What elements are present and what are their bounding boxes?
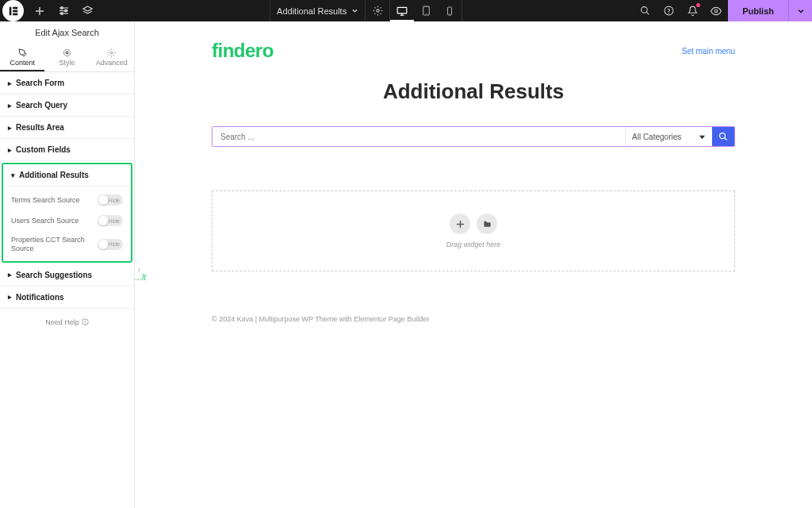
doc-title-text: Additional Results bbox=[277, 6, 347, 16]
svg-rect-0 bbox=[9, 6, 11, 15]
preview-icon[interactable] bbox=[704, 0, 728, 21]
dropzone-text: Drag widget here bbox=[235, 241, 712, 248]
search-input[interactable] bbox=[213, 127, 625, 146]
help-link[interactable]: Need Help bbox=[0, 309, 134, 336]
help-icon[interactable] bbox=[657, 0, 680, 21]
svg-point-10 bbox=[64, 10, 67, 12]
svg-rect-2 bbox=[13, 10, 17, 12]
section-notifications[interactable]: Notifications bbox=[0, 287, 134, 309]
publish-button[interactable]: Publish bbox=[728, 0, 788, 21]
set-main-menu-link[interactable]: Set main menu bbox=[682, 47, 735, 56]
structure-icon[interactable] bbox=[52, 0, 75, 21]
document-title[interactable]: Additional Results bbox=[270, 0, 366, 21]
svg-line-22 bbox=[646, 12, 649, 14]
tab-advanced-label: Advanced bbox=[96, 59, 128, 67]
svg-point-25 bbox=[715, 10, 718, 13]
tab-advanced[interactable]: Advanced bbox=[90, 44, 134, 71]
tab-content-label: Content bbox=[10, 59, 35, 67]
section-additional-results[interactable]: Additional Results bbox=[3, 164, 131, 187]
mobile-view-icon[interactable] bbox=[438, 0, 462, 21]
section-search-form[interactable]: Search Form bbox=[0, 72, 134, 94]
panel-title: Edit Ajax Search bbox=[0, 21, 134, 44]
svg-point-27 bbox=[66, 52, 69, 55]
help-label: Need Help bbox=[45, 318, 79, 326]
svg-point-9 bbox=[60, 7, 63, 10]
tab-style[interactable]: Style bbox=[44, 44, 89, 71]
svg-rect-14 bbox=[397, 7, 407, 13]
notification-icon[interactable] bbox=[680, 0, 704, 21]
canvas[interactable]: findero Set main menu Additional Results… bbox=[135, 21, 812, 508]
svg-point-32 bbox=[720, 133, 726, 139]
tab-content[interactable]: Content bbox=[0, 44, 44, 71]
search-icon[interactable] bbox=[633, 0, 657, 21]
widget-dropzone[interactable]: Drag widget here bbox=[212, 190, 735, 271]
section-results-area[interactable]: Results Area bbox=[0, 117, 134, 139]
props-cct-search-toggle[interactable]: Hide bbox=[98, 239, 123, 250]
section-search-suggestions[interactable]: Search Suggestions bbox=[0, 264, 134, 287]
users-search-toggle[interactable]: Hide bbox=[98, 215, 123, 226]
settings-icon[interactable] bbox=[366, 0, 389, 21]
tablet-view-icon[interactable] bbox=[414, 0, 438, 21]
notification-dot bbox=[696, 3, 700, 7]
elementor-logo[interactable] bbox=[2, 0, 24, 21]
section-custom-fields[interactable]: Custom Fields bbox=[0, 139, 134, 161]
svg-point-24 bbox=[668, 13, 669, 13]
svg-point-28 bbox=[110, 52, 113, 54]
publish-dropdown[interactable] bbox=[788, 0, 812, 21]
svg-rect-1 bbox=[13, 6, 17, 9]
add-icon[interactable] bbox=[28, 0, 52, 21]
folder-icon[interactable] bbox=[477, 214, 497, 234]
tab-style-label: Style bbox=[59, 59, 75, 67]
category-select[interactable]: All Categories bbox=[625, 127, 712, 146]
props-cct-search-label: Properties CCT Search Source bbox=[11, 236, 86, 253]
svg-point-11 bbox=[60, 13, 63, 15]
svg-point-13 bbox=[377, 10, 379, 12]
site-logo: findero bbox=[212, 40, 274, 62]
footer-text: © 2024 Kava | Multipurpose WP Theme with… bbox=[212, 315, 735, 323]
category-label: All Categories bbox=[632, 133, 681, 141]
terms-search-label: Terms Search Source bbox=[11, 196, 80, 205]
svg-rect-3 bbox=[13, 13, 17, 15]
add-widget-icon[interactable] bbox=[450, 214, 470, 234]
users-search-label: Users Search Source bbox=[11, 217, 79, 225]
stray-text: ...lt bbox=[136, 273, 146, 282]
svg-marker-31 bbox=[699, 135, 705, 139]
collapse-sidebar-icon[interactable]: ‹ bbox=[138, 265, 140, 274]
desktop-view-icon[interactable] bbox=[390, 0, 414, 21]
svg-line-33 bbox=[725, 138, 727, 140]
page-heading: Additional Results bbox=[212, 79, 735, 104]
search-button[interactable] bbox=[712, 127, 734, 146]
terms-search-toggle[interactable]: Hide bbox=[98, 194, 123, 206]
svg-marker-12 bbox=[83, 6, 92, 11]
svg-point-21 bbox=[641, 7, 647, 13]
section-search-query[interactable]: Search Query bbox=[0, 94, 134, 117]
layers-icon[interactable] bbox=[75, 0, 99, 21]
